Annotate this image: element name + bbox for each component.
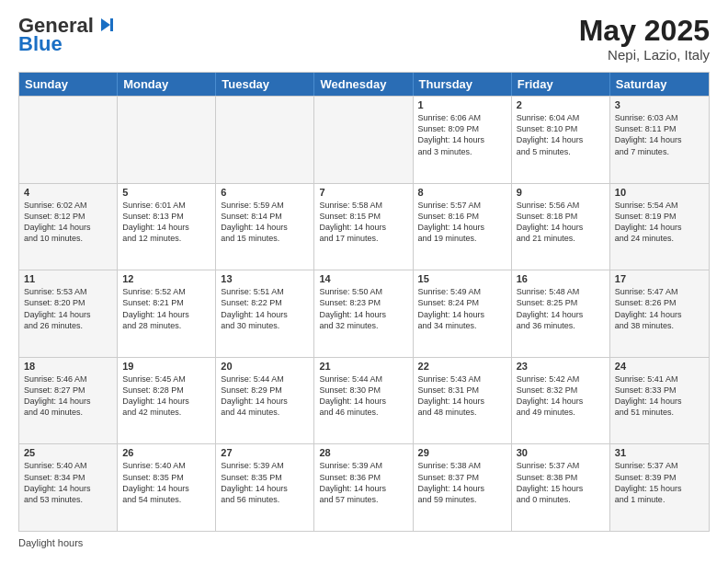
cell-info: Sunrise: 6:02 AMSunset: 8:12 PMDaylight:… (24, 200, 112, 245)
calendar-header-cell: Saturday (610, 73, 709, 96)
calendar-cell: 26Sunrise: 5:40 AMSunset: 8:35 PMDayligh… (118, 444, 216, 531)
calendar-header-cell: Tuesday (216, 73, 314, 96)
cell-info: Sunrise: 5:39 AMSunset: 8:36 PMDaylight:… (319, 460, 407, 505)
calendar-cell: 15Sunrise: 5:49 AMSunset: 8:24 PMDayligh… (414, 270, 512, 357)
calendar-cell (216, 97, 314, 183)
calendar-cell (118, 97, 216, 183)
svg-rect-1 (110, 18, 113, 31)
calendar-week: 25Sunrise: 5:40 AMSunset: 8:34 PMDayligh… (19, 443, 709, 531)
page: General Blue May 2025 Nepi, Lazio, Italy… (0, 0, 728, 563)
day-number: 6 (221, 187, 309, 198)
cell-info: Sunrise: 5:48 AMSunset: 8:25 PMDaylight:… (517, 286, 605, 331)
calendar-week: 1Sunrise: 6:06 AMSunset: 8:09 PMDaylight… (19, 96, 709, 183)
calendar-cell: 11Sunrise: 5:53 AMSunset: 8:20 PMDayligh… (19, 270, 118, 357)
cell-info: Sunrise: 5:51 AMSunset: 8:22 PMDaylight:… (221, 286, 309, 331)
calendar-header-row: SundayMondayTuesdayWednesdayThursdayFrid… (19, 73, 709, 96)
calendar-header-cell: Monday (118, 73, 216, 96)
calendar-cell: 29Sunrise: 5:38 AMSunset: 8:37 PMDayligh… (414, 444, 512, 531)
calendar-body: 1Sunrise: 6:06 AMSunset: 8:09 PMDaylight… (19, 96, 709, 531)
day-number: 1 (418, 99, 506, 110)
day-number: 11 (24, 273, 112, 284)
calendar-cell: 23Sunrise: 5:42 AMSunset: 8:32 PMDayligh… (512, 358, 610, 444)
calendar-cell: 16Sunrise: 5:48 AMSunset: 8:25 PMDayligh… (512, 270, 610, 357)
calendar-cell: 18Sunrise: 5:46 AMSunset: 8:27 PMDayligh… (19, 358, 118, 444)
calendar-cell: 31Sunrise: 5:37 AMSunset: 8:39 PMDayligh… (610, 444, 709, 531)
calendar-header-cell: Sunday (19, 73, 118, 96)
calendar-cell: 30Sunrise: 5:37 AMSunset: 8:38 PMDayligh… (512, 444, 610, 531)
calendar-week: 18Sunrise: 5:46 AMSunset: 8:27 PMDayligh… (19, 357, 709, 444)
cell-info: Sunrise: 5:59 AMSunset: 8:14 PMDaylight:… (221, 200, 309, 245)
day-number: 4 (24, 187, 112, 198)
day-number: 15 (418, 273, 506, 284)
day-number: 31 (615, 447, 704, 458)
calendar-cell: 10Sunrise: 5:54 AMSunset: 8:19 PMDayligh… (610, 184, 709, 270)
svg-marker-0 (101, 18, 110, 31)
cell-info: Sunrise: 5:43 AMSunset: 8:31 PMDaylight:… (418, 373, 506, 419)
cell-info: Sunrise: 6:01 AMSunset: 8:13 PMDaylight:… (122, 200, 210, 245)
calendar-cell (19, 97, 118, 183)
cell-info: Sunrise: 5:44 AMSunset: 8:30 PMDaylight:… (319, 373, 407, 419)
legend: Daylight hours (18, 537, 710, 548)
calendar-cell: 2Sunrise: 6:04 AMSunset: 8:10 PMDaylight… (512, 97, 610, 183)
day-number: 13 (221, 273, 309, 284)
calendar-cell: 27Sunrise: 5:39 AMSunset: 8:35 PMDayligh… (216, 444, 314, 531)
cell-info: Sunrise: 5:39 AMSunset: 8:35 PMDaylight:… (221, 460, 309, 505)
calendar-cell: 8Sunrise: 5:57 AMSunset: 8:16 PMDaylight… (414, 184, 512, 270)
calendar-cell: 22Sunrise: 5:43 AMSunset: 8:31 PMDayligh… (414, 358, 512, 444)
cell-info: Sunrise: 6:03 AMSunset: 8:11 PMDaylight:… (615, 112, 704, 157)
day-number: 17 (615, 273, 704, 284)
calendar-cell: 25Sunrise: 5:40 AMSunset: 8:34 PMDayligh… (19, 444, 118, 531)
calendar-cell: 3Sunrise: 6:03 AMSunset: 8:11 PMDaylight… (610, 97, 709, 183)
day-number: 16 (517, 273, 605, 284)
day-number: 2 (517, 99, 605, 110)
day-number: 21 (319, 361, 407, 372)
logo: General Blue (18, 15, 116, 55)
calendar-header-cell: Thursday (414, 73, 512, 96)
calendar-week: 11Sunrise: 5:53 AMSunset: 8:20 PMDayligh… (19, 270, 709, 357)
calendar-cell: 5Sunrise: 6:01 AMSunset: 8:13 PMDaylight… (118, 184, 216, 270)
cell-info: Sunrise: 5:58 AMSunset: 8:15 PMDaylight:… (319, 200, 407, 245)
main-title: May 2025 (579, 15, 710, 47)
cell-info: Sunrise: 5:44 AMSunset: 8:29 PMDaylight:… (221, 373, 309, 419)
day-number: 24 (615, 361, 704, 372)
day-number: 7 (319, 187, 407, 198)
day-number: 8 (418, 187, 506, 198)
title-block: May 2025 Nepi, Lazio, Italy (579, 15, 710, 63)
calendar: SundayMondayTuesdayWednesdayThursdayFrid… (18, 72, 710, 532)
calendar-cell: 12Sunrise: 5:52 AMSunset: 8:21 PMDayligh… (118, 270, 216, 357)
cell-info: Sunrise: 5:54 AMSunset: 8:19 PMDaylight:… (615, 200, 704, 245)
subtitle: Nepi, Lazio, Italy (579, 47, 710, 63)
day-number: 19 (122, 361, 210, 372)
calendar-cell: 17Sunrise: 5:47 AMSunset: 8:26 PMDayligh… (610, 270, 709, 357)
legend-text: Daylight hours (18, 537, 83, 548)
cell-info: Sunrise: 5:41 AMSunset: 8:33 PMDaylight:… (615, 373, 704, 419)
cell-info: Sunrise: 5:46 AMSunset: 8:27 PMDaylight:… (24, 373, 112, 419)
day-number: 26 (122, 447, 210, 458)
cell-info: Sunrise: 5:57 AMSunset: 8:16 PMDaylight:… (418, 200, 506, 245)
day-number: 27 (221, 447, 309, 458)
cell-info: Sunrise: 5:37 AMSunset: 8:39 PMDaylight:… (615, 460, 704, 505)
cell-info: Sunrise: 5:50 AMSunset: 8:23 PMDaylight:… (319, 286, 407, 331)
cell-info: Sunrise: 6:04 AMSunset: 8:10 PMDaylight:… (517, 112, 605, 157)
day-number: 5 (122, 187, 210, 198)
cell-info: Sunrise: 5:38 AMSunset: 8:37 PMDaylight:… (418, 460, 506, 505)
cell-info: Sunrise: 6:06 AMSunset: 8:09 PMDaylight:… (418, 112, 506, 157)
calendar-header-cell: Wednesday (314, 73, 413, 96)
day-number: 28 (319, 447, 407, 458)
calendar-week: 4Sunrise: 6:02 AMSunset: 8:12 PMDaylight… (19, 183, 709, 270)
cell-info: Sunrise: 5:40 AMSunset: 8:34 PMDaylight:… (24, 460, 112, 505)
day-number: 29 (418, 447, 506, 458)
cell-info: Sunrise: 5:37 AMSunset: 8:38 PMDaylight:… (517, 460, 605, 505)
day-number: 20 (221, 361, 309, 372)
day-number: 30 (517, 447, 605, 458)
cell-info: Sunrise: 5:49 AMSunset: 8:24 PMDaylight:… (418, 286, 506, 331)
cell-info: Sunrise: 5:52 AMSunset: 8:21 PMDaylight:… (122, 286, 210, 331)
cell-info: Sunrise: 5:47 AMSunset: 8:26 PMDaylight:… (615, 286, 704, 331)
day-number: 14 (319, 273, 407, 284)
calendar-cell: 24Sunrise: 5:41 AMSunset: 8:33 PMDayligh… (610, 358, 709, 444)
calendar-cell: 6Sunrise: 5:59 AMSunset: 8:14 PMDaylight… (216, 184, 314, 270)
calendar-cell: 21Sunrise: 5:44 AMSunset: 8:30 PMDayligh… (314, 358, 413, 444)
cell-info: Sunrise: 5:56 AMSunset: 8:18 PMDaylight:… (517, 200, 605, 245)
day-number: 25 (24, 447, 112, 458)
day-number: 10 (615, 187, 704, 198)
